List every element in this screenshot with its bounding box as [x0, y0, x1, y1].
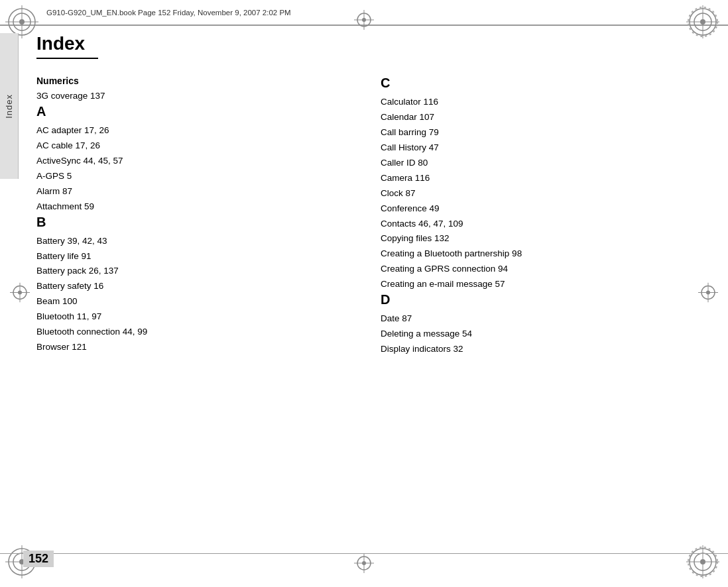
- page-title: Index: [36, 33, 98, 59]
- entry-calculator: Calculator 116: [381, 95, 692, 110]
- entry-browser: Browser 121: [36, 340, 347, 355]
- center-bottom-crosshair: [354, 553, 374, 575]
- entry-bluetooth: Bluetooth 11, 97: [36, 309, 347, 325]
- entry-date: Date 87: [381, 311, 692, 327]
- entry-conference: Conference 49: [381, 201, 692, 217]
- content-columns: Numerics 3G coverage 137 A AC adapter 17…: [36, 76, 692, 357]
- entry-caller-id: Caller ID 80: [381, 156, 692, 171]
- entry-calendar: Calendar 107: [381, 110, 692, 125]
- entry-ac-cable: AC cable 17, 26: [36, 138, 347, 154]
- entry-deleting-message: Deleting a message 54: [381, 327, 692, 342]
- entry-battery-safety: Battery safety 16: [36, 279, 347, 294]
- section-c-letter: C: [381, 76, 692, 91]
- section-a-letter: A: [36, 104, 347, 119]
- entry-beam: Beam 100: [36, 294, 347, 309]
- entry-a-gps: A-GPS 5: [36, 169, 347, 184]
- entry-creating-email: Creating an e-mail message 57: [381, 277, 692, 292]
- entry-call-history: Call History 47: [381, 140, 692, 156]
- entry-creating-bluetooth: Creating a Bluetooth partnership 98: [381, 246, 692, 262]
- section-d: D Date 87 Deleting a message 54 Display …: [381, 292, 692, 357]
- entry-alarm: Alarm 87: [36, 184, 347, 199]
- left-column: Numerics 3G coverage 137 A AC adapter 17…: [36, 76, 347, 357]
- page-container: G910-G920_UM_EN.book Page 152 Friday, No…: [0, 0, 728, 587]
- section-b-letter: B: [36, 215, 347, 230]
- entry-bluetooth-connection: Bluetooth connection 44, 99: [36, 325, 347, 340]
- entry-call-barring: Call barring 79: [381, 125, 692, 140]
- section-numerics: Numerics 3G coverage 137: [36, 76, 347, 104]
- entry-clock: Clock 87: [381, 186, 692, 201]
- entry-copying-files: Copying files 132: [381, 231, 692, 246]
- section-b: B Battery 39, 42, 43 Battery life 91 Bat…: [36, 215, 347, 356]
- side-tab-label: Index: [4, 94, 14, 119]
- entry-creating-gprs: Creating a GPRS connection 94: [381, 262, 692, 277]
- entry-camera: Camera 116: [381, 171, 692, 186]
- entry-battery-life: Battery life 91: [36, 249, 347, 264]
- left-side-crosshair: [10, 283, 30, 305]
- right-column: C Calculator 116 Calendar 107 Call barri…: [381, 76, 692, 357]
- section-d-letter: D: [381, 292, 692, 307]
- entry-ac-adapter: AC adapter 17, 26: [36, 123, 347, 138]
- center-top-crosshair: [354, 10, 374, 32]
- entry-display-indicators: Display indicators 32: [381, 342, 692, 357]
- corner-decoration-tr: [686, 5, 723, 42]
- section-numerics-header: Numerics: [36, 76, 347, 86]
- main-content: Index Numerics 3G coverage 137 A AC adap…: [36, 33, 692, 547]
- entry-attachment: Attachment 59: [36, 199, 347, 215]
- corner-decoration-br: [686, 545, 723, 582]
- section-a: A AC adapter 17, 26 AC cable 17, 26 Acti…: [36, 104, 347, 215]
- entry-battery-pack: Battery pack 26, 137: [36, 264, 347, 279]
- entry-battery: Battery 39, 42, 43: [36, 234, 347, 249]
- right-side-crosshair: [698, 283, 718, 305]
- header-text: G910-G920_UM_EN.book Page 152 Friday, No…: [46, 9, 291, 17]
- entry-activesync: ActiveSync 44, 45, 57: [36, 154, 347, 169]
- page-number: 152: [23, 551, 54, 567]
- entry-3g-coverage: 3G coverage 137: [36, 89, 347, 104]
- side-tab: Index: [0, 33, 19, 179]
- bottom-border-line: [0, 553, 728, 554]
- entry-contacts: Contacts 46, 47, 109: [381, 217, 692, 232]
- section-c: C Calculator 116 Calendar 107 Call barri…: [381, 76, 692, 292]
